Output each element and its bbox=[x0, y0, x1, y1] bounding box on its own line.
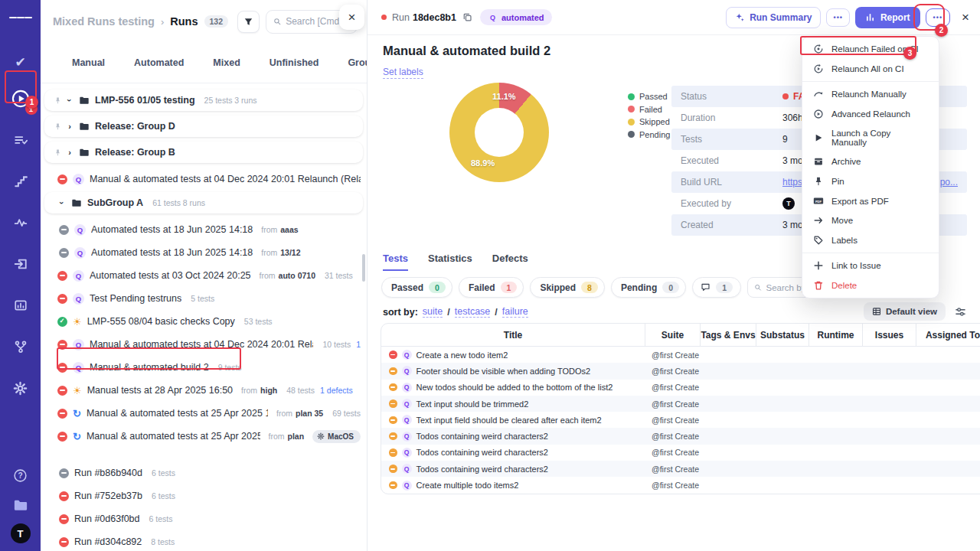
run-row[interactable]: QManual & automated tests at 04 Dec 2024… bbox=[41, 168, 367, 191]
chevron-right-icon[interactable]: › bbox=[66, 148, 74, 157]
run-row[interactable]: QManual & automated tests at 04 Dec 2024… bbox=[41, 333, 367, 356]
run-row[interactable]: QManual & automated build 29 tests bbox=[41, 356, 367, 379]
column-header-tags-envs[interactable]: Tags & Envs bbox=[701, 324, 756, 346]
table-row[interactable]: QNew todos should be added to the bottom… bbox=[381, 380, 980, 396]
run-row[interactable]: ↻Manual & automated tests at 25 Apr 2025… bbox=[41, 402, 367, 425]
menu-item-delete[interactable]: Delete bbox=[802, 276, 939, 295]
menu-item-labels[interactable]: Labels bbox=[802, 230, 939, 250]
column-header-runtime[interactable]: Runtime bbox=[809, 324, 863, 346]
default-view-button[interactable]: Default view bbox=[864, 302, 946, 321]
menu-icon[interactable] bbox=[9, 6, 32, 29]
menu-item-export-as-pdf[interactable]: PDFExport as PDF bbox=[802, 191, 939, 210]
tab-defects[interactable]: Defects bbox=[492, 253, 528, 271]
analytics-icon[interactable] bbox=[9, 294, 32, 317]
table-row[interactable]: QTodos containing weird characters2@firs… bbox=[381, 428, 980, 444]
filter-chip-passed[interactable]: Passed0 bbox=[381, 277, 452, 298]
menu-item-archive[interactable]: Archive bbox=[802, 152, 939, 171]
run-row[interactable]: ↻Manual & automated tests at 25 Apr 2025… bbox=[41, 425, 367, 448]
run-row[interactable]: Run #d304c8928 tests bbox=[41, 530, 367, 551]
table-row[interactable]: QText input field should be cleared afte… bbox=[381, 412, 980, 428]
set-labels-link[interactable]: Set labels bbox=[383, 67, 423, 79]
table-row[interactable]: QTodos containing weird characters2@firs… bbox=[381, 445, 980, 461]
runs-scrollbar[interactable] bbox=[362, 254, 365, 282]
filter-chip-skipped[interactable]: Skipped8 bbox=[530, 277, 605, 298]
table-row[interactable]: QCreate a new todo item2@first Create ..… bbox=[381, 347, 980, 363]
run-actions-kebab-button[interactable]: ••• bbox=[926, 8, 950, 27]
table-row[interactable]: QCreate multiple todo items2@first Creat… bbox=[381, 477, 980, 493]
column-settings-icon[interactable] bbox=[955, 306, 966, 318]
menu-item-launch-a-copy-manually[interactable]: Launch a Copy Manually bbox=[802, 124, 939, 152]
run-defects-count[interactable]: 1 defects bbox=[320, 386, 353, 395]
run-row[interactable]: Run #0d63f0bd6 tests bbox=[41, 507, 367, 530]
legend-item-skipped[interactable]: Skipped bbox=[628, 117, 670, 126]
filter-chip-failed[interactable]: Failed1 bbox=[459, 277, 524, 298]
run-row[interactable]: QAutomated tests at 03 Oct 2024 20:25fro… bbox=[41, 264, 367, 287]
filter-button[interactable] bbox=[237, 11, 260, 33]
settings-gear-icon[interactable] bbox=[9, 377, 32, 399]
group-row[interactable]: ›Release: Group D bbox=[44, 116, 363, 137]
automated-badge[interactable]: Q automated bbox=[480, 9, 552, 25]
tab-automated[interactable]: Automated bbox=[119, 57, 198, 68]
branches-icon[interactable] bbox=[9, 335, 32, 358]
run-row[interactable]: QAutomated tests at 18 Jun 2025 14:18fro… bbox=[41, 241, 367, 264]
run-summary-kebab-button[interactable]: ••• bbox=[826, 8, 849, 27]
group-row[interactable]: ›LMP-556 01/05 testing25 tests 3 runs bbox=[44, 90, 363, 111]
table-row[interactable]: QTodos containing weird characters2@firs… bbox=[381, 461, 980, 477]
menu-item-advanced-relaunch[interactable]: Advanced Relaunch bbox=[802, 104, 939, 124]
comments-filter-chip[interactable]: 1 bbox=[692, 277, 741, 298]
menu-item-link-to-issue[interactable]: Link to Issue bbox=[802, 256, 939, 276]
tab-statistics[interactable]: Statistics bbox=[428, 253, 472, 271]
build-url-link-tail[interactable]: po... bbox=[940, 177, 958, 187]
sort-testcase-link[interactable]: testcase bbox=[455, 306, 491, 318]
runs-play-icon[interactable]: 1 bbox=[9, 87, 32, 110]
filter-chip-pending[interactable]: Pending0 bbox=[611, 277, 686, 298]
run-defects-count[interactable]: 1 bbox=[356, 340, 361, 349]
projects-folder-icon[interactable] bbox=[9, 494, 32, 517]
run-row[interactable]: ☀Manual tests at 28 Apr 2025 16:50fromhi… bbox=[41, 379, 367, 402]
column-header-suite[interactable]: Suite bbox=[645, 324, 701, 346]
tab-unfinished[interactable]: Unfinished bbox=[255, 57, 334, 68]
run-row[interactable]: QTest Pending testruns5 tests bbox=[41, 287, 367, 310]
sort-failure-link[interactable]: failure bbox=[502, 306, 528, 318]
column-header-title[interactable]: Title bbox=[381, 324, 645, 346]
run-row[interactable]: Run #b86b940d6 tests bbox=[41, 461, 367, 484]
chevron-down-icon[interactable]: › bbox=[57, 199, 67, 207]
import-icon[interactable] bbox=[9, 253, 32, 276]
column-header-assigned-to[interactable]: Assigned To bbox=[916, 324, 980, 346]
sort-suite-link[interactable]: suite bbox=[423, 306, 443, 318]
legend-item-passed[interactable]: Passed bbox=[628, 92, 670, 101]
table-row[interactable]: QText input should be trimmed2@first Cre… bbox=[381, 396, 980, 412]
breadcrumb-project[interactable]: Mixed Runs testing bbox=[53, 15, 155, 28]
run-row[interactable]: QAutomated tests at 18 Jun 2025 14:18fro… bbox=[41, 218, 367, 241]
menu-item-pin[interactable]: Pin bbox=[802, 171, 939, 191]
column-header-issues[interactable]: Issues bbox=[863, 324, 916, 346]
legend-item-failed[interactable]: Failed bbox=[628, 105, 670, 114]
column-header-substatus[interactable]: Substatus bbox=[756, 324, 809, 346]
menu-item-relaunch-all-on-ci[interactable]: Relaunch All on CI bbox=[802, 59, 939, 79]
group-row[interactable]: ›Release: Group B bbox=[44, 142, 363, 163]
detail-close-icon[interactable]: × bbox=[962, 10, 969, 25]
chevron-down-icon[interactable]: › bbox=[65, 96, 74, 104]
report-button[interactable]: Report bbox=[855, 7, 920, 28]
pulse-icon[interactable] bbox=[9, 211, 32, 234]
panel-close-button[interactable]: × bbox=[339, 5, 364, 30]
help-icon[interactable]: ? bbox=[9, 464, 32, 487]
run-row[interactable]: ☀LMP-555 08/04 basic checks Copy53 tests bbox=[41, 310, 367, 333]
tab-mixed[interactable]: Mixed bbox=[198, 57, 254, 68]
tab-groups[interactable]: Groups bbox=[333, 57, 368, 68]
chevron-right-icon[interactable]: › bbox=[66, 122, 74, 131]
milestones-icon[interactable] bbox=[9, 170, 32, 193]
tab-manual[interactable]: Manual bbox=[57, 57, 119, 68]
tab-tests[interactable]: Tests bbox=[383, 253, 408, 271]
user-avatar[interactable]: T bbox=[11, 523, 31, 543]
menu-item-relaunch-failed-on-ci[interactable]: Relaunch Failed on CI bbox=[802, 39, 939, 59]
legend-item-pending[interactable]: Pending bbox=[628, 130, 670, 139]
menu-item-move[interactable]: Move bbox=[802, 210, 939, 230]
run-row[interactable]: Run #752eb37b6 tests bbox=[41, 484, 367, 507]
test-plans-icon[interactable] bbox=[9, 129, 32, 152]
menu-item-relaunch-manually[interactable]: Relaunch Manually bbox=[802, 84, 939, 104]
group-row[interactable]: ›SubGroup A61 tests 8 runs bbox=[44, 192, 363, 214]
run-summary-button[interactable]: Run Summary bbox=[726, 7, 821, 28]
copy-icon[interactable] bbox=[462, 12, 472, 22]
tests-check-icon[interactable]: ✔ bbox=[9, 51, 32, 73]
